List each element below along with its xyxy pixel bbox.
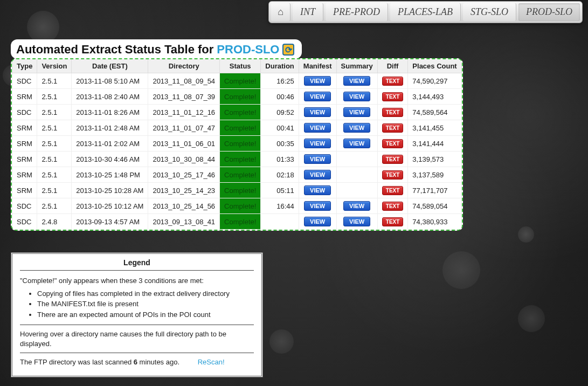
table-row: SRM2.5.12013-11-01 2:02 AM2013_11_01_06_… (12, 136, 462, 151)
diff-cell: TEXT (377, 198, 408, 214)
nav-tab-stg-slo[interactable]: STG-SLO (463, 3, 516, 21)
nav-tab-prod-slo[interactable]: PROD-SLO (518, 3, 580, 21)
cell: 74,589,054 (408, 198, 461, 214)
directory-cell[interactable]: 2013_11_01_06_01 (148, 136, 220, 151)
summary-cell: VIEW (336, 89, 377, 105)
diff-text-button[interactable]: TEXT (382, 139, 404, 148)
cell: 3,137,589 (408, 167, 461, 183)
cell: SDC (12, 214, 37, 230)
manifest-view-button[interactable]: VIEW (304, 107, 331, 117)
cell: 74,589,564 (408, 105, 461, 120)
status-cell: Complete! (220, 198, 261, 214)
nav-tab-places-lab[interactable]: PLACES-LAB (390, 3, 461, 21)
summary-view-button[interactable]: VIEW (343, 92, 370, 101)
directory-cell[interactable]: 2013_10_25_14_56 (148, 198, 220, 214)
cell: 05:11 (261, 183, 299, 198)
directory-cell[interactable]: 2013_11_08_07_39 (148, 89, 220, 105)
diff-cell: TEXT (377, 214, 408, 230)
diff-text-button[interactable]: TEXT (382, 202, 404, 211)
col-header: Manifest (299, 59, 336, 73)
cell: 00:46 (261, 89, 299, 105)
summary-cell (336, 151, 377, 167)
manifest-view-button[interactable]: VIEW (304, 76, 331, 86)
summary-view-button[interactable]: VIEW (343, 107, 370, 117)
directory-cell[interactable]: 2013_11_01_07_47 (148, 120, 220, 136)
status-cell: Complete! (220, 73, 261, 89)
summary-view-button[interactable]: VIEW (343, 76, 370, 86)
table-row: SRM2.5.12013-10-25 10:28 AM2013_10_25_14… (12, 183, 462, 198)
directory-cell[interactable]: 2013_11_01_12_16 (148, 105, 220, 120)
nav-tab-int[interactable]: INT (293, 3, 323, 21)
status-cell: Complete! (220, 120, 261, 136)
directory-cell[interactable]: 2013_10_25_14_23 (148, 183, 220, 198)
cell: 3,144,493 (408, 89, 461, 105)
status-cell: Complete! (220, 151, 261, 167)
manifest-view-button[interactable]: VIEW (304, 139, 331, 148)
cell: SRM (12, 183, 37, 198)
diff-text-button[interactable]: TEXT (382, 77, 404, 86)
summary-cell: VIEW (336, 105, 377, 120)
cell: 2.5.1 (37, 151, 72, 167)
cell: 2.5.1 (37, 198, 72, 214)
cell: SRM (12, 151, 37, 167)
diff-text-button[interactable]: TEXT (382, 170, 404, 180)
manifest-view-button[interactable]: VIEW (304, 185, 331, 195)
summary-view-button[interactable]: VIEW (343, 123, 370, 133)
cell: 2.5.1 (37, 183, 72, 198)
status-cell: Complete! (220, 167, 261, 183)
rescan-link[interactable]: ReScan! (198, 358, 225, 366)
summary-cell: VIEW (336, 120, 377, 136)
directory-cell[interactable]: 2013_10_25_17_46 (148, 167, 220, 183)
diff-text-button[interactable]: TEXT (382, 92, 404, 101)
manifest-view-button[interactable]: VIEW (304, 217, 331, 226)
nav-home[interactable]: ⌂ (271, 3, 290, 21)
refresh-icon[interactable]: ⟳ (282, 44, 294, 56)
status-cell: Complete! (220, 214, 261, 230)
summary-view-button[interactable]: VIEW (343, 201, 370, 211)
diff-text-button[interactable]: TEXT (382, 217, 404, 226)
status-cell: Complete! (220, 136, 261, 151)
col-header: Status (220, 59, 261, 73)
cell: SDC (12, 198, 37, 214)
directory-cell[interactable]: 2013_09_13_08_41 (148, 214, 220, 230)
directory-cell[interactable]: 2013_10_30_08_44 (148, 151, 220, 167)
col-header: Places Count (408, 59, 461, 73)
manifest-view-button[interactable]: VIEW (304, 201, 331, 211)
summary-view-button[interactable]: VIEW (343, 139, 370, 148)
legend-title: Legend (20, 258, 254, 271)
nav-tab-pre-prod[interactable]: PRE-PROD (326, 3, 388, 21)
summary-cell: VIEW (336, 198, 377, 214)
col-header: Duration (261, 59, 299, 73)
heading-env: PROD-SLO (217, 43, 279, 57)
manifest-view-button[interactable]: VIEW (304, 123, 331, 133)
diff-text-button[interactable]: TEXT (382, 123, 404, 133)
cell: 2.5.1 (37, 167, 72, 183)
cell: 00:35 (261, 136, 299, 151)
cell: 01:33 (261, 151, 299, 167)
col-header: Date (EST) (72, 59, 148, 73)
cell: SDC (12, 73, 37, 89)
table-row: SRM2.5.12013-11-01 2:48 AM2013_11_01_07_… (12, 120, 462, 136)
table-row: SDC2.5.12013-11-01 8:26 AM2013_11_01_12_… (12, 105, 462, 120)
summary-cell (336, 183, 377, 198)
cell: 2013-10-30 4:46 AM (72, 151, 148, 167)
diff-cell: TEXT (377, 167, 408, 183)
table-row: SDC2.4.82013-09-13 4:57 AM2013_09_13_08_… (12, 214, 462, 230)
cell: 00:41 (261, 120, 299, 136)
diff-text-button[interactable]: TEXT (382, 155, 404, 164)
diff-cell: TEXT (377, 136, 408, 151)
cell: 2013-11-08 5:10 AM (72, 73, 148, 89)
page-title: Automated Extract Status Table for PROD-… (11, 39, 302, 59)
cell: 74,380,933 (408, 214, 461, 230)
heading-prefix: Automated Extract Status Table for (16, 43, 213, 57)
diff-text-button[interactable]: TEXT (382, 186, 404, 195)
table-row: SDC2.5.12013-11-08 5:10 AM2013_11_08_09_… (12, 73, 462, 89)
manifest-view-button[interactable]: VIEW (304, 154, 331, 164)
manifest-view-button[interactable]: VIEW (304, 170, 331, 180)
directory-cell[interactable]: 2013_11_08_09_54 (148, 73, 220, 89)
cell: 77,171,707 (408, 183, 461, 198)
summary-view-button[interactable]: VIEW (343, 217, 370, 226)
manifest-view-button[interactable]: VIEW (304, 92, 331, 101)
diff-text-button[interactable]: TEXT (382, 108, 404, 117)
summary-cell: VIEW (336, 136, 377, 151)
